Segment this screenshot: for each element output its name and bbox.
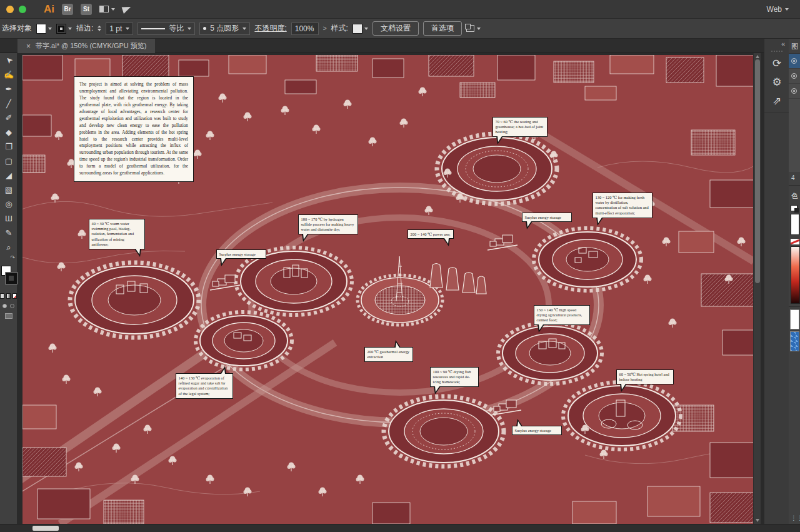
scroll-up-arrow-icon[interactable]	[756, 55, 759, 58]
stroke-weight-field[interactable]: 1 pt	[106, 23, 133, 35]
swap-fill-stroke-icon[interactable]: ↷	[0, 254, 17, 263]
canvas-area[interactable]: The project is aimed at solving the prob…	[18, 53, 764, 524]
screen-mode-button[interactable]	[5, 313, 12, 319]
layer-row[interactable]	[789, 69, 800, 84]
stroke-color-swatch[interactable]	[56, 24, 66, 34]
stroke-weight-stepper[interactable]	[98, 26, 101, 31]
stroke-swatch-indicator[interactable]	[6, 273, 17, 284]
callout-140-130[interactable]: 140 ~ 130 ℃ evaporation of refined sugar…	[176, 373, 233, 399]
close-tab-icon[interactable]: ×	[26, 42, 31, 51]
color-mode-button[interactable]	[0, 293, 4, 299]
draw-normal-button[interactable]	[2, 304, 7, 308]
opacity-field[interactable]: 100%	[291, 23, 319, 35]
layer-row[interactable]	[789, 84, 800, 99]
traffic-light-minimize[interactable]	[6, 6, 14, 13]
traffic-light-zoom[interactable]	[19, 6, 26, 13]
select-similar-control[interactable]	[466, 25, 481, 32]
recolor-artwork-panel-icon[interactable]: ⟳	[764, 54, 789, 73]
pen-tool[interactable]: ✒	[0, 82, 18, 96]
asset-thumbnail-white[interactable]	[790, 309, 799, 329]
layer-count: 4	[789, 172, 800, 183]
color-panel-tab[interactable]: 色	[789, 188, 800, 203]
callout-text: 70 ~ 60 ℃ the rearing and greenhouse; a …	[496, 119, 544, 134]
panel-divider	[789, 306, 800, 307]
callout-surplus-2[interactable]: Surplus energy storage	[216, 249, 266, 259]
none-swatch-icon[interactable]	[791, 239, 799, 244]
column-graph-tool[interactable]: Ш	[0, 211, 18, 226]
callout-200-140[interactable]: 200 ~ 140 ℃ power use;	[408, 229, 454, 239]
callout-text: 140 ~ 130 ℃ evaporation of refined sugar…	[179, 376, 228, 396]
horizontal-scrollbar-thumb[interactable]	[32, 526, 59, 531]
paintbrush-tool[interactable]: ✐	[0, 111, 18, 125]
callout-text: 150 ~ 140 ℃ high speed drying agricultur…	[537, 308, 582, 323]
pencil-tool[interactable]: ✎	[0, 226, 18, 240]
visibility-eye-icon[interactable]	[791, 88, 797, 94]
document-tab-bar: × 带字.ai* @ 150% (CMYK/GPU 预览)	[0, 39, 800, 53]
direct-selection-tool[interactable]: ✍	[0, 68, 18, 82]
visibility-eye-icon[interactable]	[791, 58, 797, 64]
share-icon[interactable]	[122, 4, 132, 14]
panel-dock: « ⟳ ⚙ ⇗	[764, 39, 789, 524]
perspective-grid-tool[interactable]: ◢	[0, 168, 18, 183]
artwork-canvas[interactable]: The project is aimed at solving the prob…	[22, 55, 754, 524]
dock-grip[interactable]	[771, 51, 782, 52]
arrange-documents-button[interactable]	[99, 6, 115, 13]
style-dropdown[interactable]	[352, 24, 368, 34]
selection-tool[interactable]: ➤	[0, 53, 18, 68]
preferences-button[interactable]: 首选项	[423, 21, 462, 36]
callout-180-170[interactable]: 180 ~ 170 ℃ by hydrogen sulfide process …	[298, 214, 358, 234]
document-tab[interactable]: × 带字.ai* @ 150% (CMYK/GPU 预览)	[18, 39, 155, 53]
fill-color-control[interactable]	[36, 24, 52, 34]
export-panel-icon[interactable]: ⇗	[764, 91, 789, 110]
asset-thumbnail-blue[interactable]	[790, 331, 799, 351]
vertical-scrollbar[interactable]	[753, 53, 761, 524]
style-swatch[interactable]	[352, 24, 362, 34]
panel-footer-icons[interactable]: ⋮⋮	[791, 514, 800, 521]
callout-40-30[interactable]: 40 ~ 30 ℃ warm water swimming pool, biod…	[89, 219, 145, 249]
workspace-switcher[interactable]: Web	[767, 5, 794, 14]
callout-surplus-3[interactable]: Surplus energy storage	[512, 426, 562, 435]
settings-panel-icon[interactable]: ⚙	[764, 73, 789, 91]
callout-130-120[interactable]: 130 ~ 120 ℃ for making fresh water by di…	[592, 193, 652, 218]
width-profile-dropdown[interactable]: 等比	[138, 23, 195, 35]
document-setup-button[interactable]: 文档设置	[372, 21, 419, 36]
color-fill-stroke-mini-icon[interactable]	[791, 205, 798, 211]
layers-panel-tab[interactable]: 图	[789, 39, 800, 53]
stepper-down-icon[interactable]	[98, 29, 101, 31]
line-segment-tool[interactable]: ╱	[0, 96, 18, 111]
opacity-label[interactable]: 不透明度:	[254, 23, 286, 34]
stepper-up-icon[interactable]	[98, 26, 101, 28]
collapse-dock-icon[interactable]: «	[764, 39, 789, 48]
layer-row-selected[interactable]	[789, 54, 800, 69]
eraser-tool[interactable]: ◆	[0, 125, 18, 139]
brush-definition-dropdown[interactable]: 5 点圆形	[199, 23, 250, 35]
stroke-color-control[interactable]	[56, 24, 72, 34]
color-spectrum[interactable]	[791, 246, 800, 304]
callout-60-50[interactable]: 60～50℃ Hot spring hotel and indoor heati…	[616, 369, 674, 384]
fill-color-swatch[interactable]	[36, 24, 46, 34]
free-transform-tool[interactable]: ❐	[0, 139, 18, 154]
callout-text: 180 ~ 170 ℃ by hydrogen sulfide process …	[301, 217, 354, 232]
vertical-scrollbar-thumb[interactable]	[755, 59, 760, 283]
callout-150-140[interactable]: 150 ~ 140 ℃ high speed drying agricultur…	[534, 305, 590, 325]
scroll-down-arrow-icon[interactable]	[756, 519, 759, 522]
opacity-more-chevron[interactable]: >	[323, 25, 327, 32]
project-description-box[interactable]: The project is aimed at solving the prob…	[74, 76, 194, 182]
shape-builder-tool[interactable]: ◎	[0, 197, 18, 211]
callout-200-geo[interactable]: 200 ℃ geothermal energy extraction	[364, 347, 413, 362]
stock-button[interactable]: St	[81, 4, 92, 15]
artboard-tool[interactable]: ▢	[0, 154, 18, 168]
callout-surplus-1[interactable]: Surplus energy storage	[522, 213, 572, 222]
zoom-tool[interactable]: ⌕	[0, 240, 18, 254]
gradient-tool[interactable]: ▧	[0, 183, 18, 197]
visibility-eye-icon[interactable]	[791, 73, 797, 79]
callout-70-60[interactable]: 70 ~ 60 ℃ the rearing and greenhouse; a …	[492, 117, 548, 137]
color-value-swatch[interactable]	[791, 214, 799, 235]
bridge-button[interactable]: Br	[62, 4, 73, 15]
chevron-down-icon	[242, 28, 246, 30]
gradient-mode-button[interactable]	[6, 293, 11, 299]
draw-behind-button[interactable]	[10, 304, 14, 308]
callout-text: 100 ~ 90 ℃ drying fish resources and rap…	[433, 369, 471, 384]
none-mode-button[interactable]	[12, 293, 17, 299]
callout-100-90[interactable]: 100 ~ 90 ℃ drying fish resources and rap…	[430, 367, 479, 387]
